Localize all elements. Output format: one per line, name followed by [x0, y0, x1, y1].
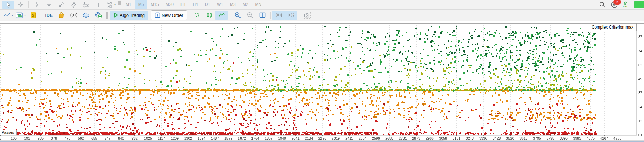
x-tick-label: 4075: [587, 136, 595, 140]
zoom-in-button[interactable]: [232, 11, 244, 20]
ide-button[interactable]: IDE: [43, 11, 55, 20]
shift-chart-right-icon: [275, 12, 282, 18]
trendline-tool-button[interactable]: [55, 1, 68, 9]
ide-label: IDE: [45, 13, 53, 18]
x-tick-label: 562: [78, 136, 84, 140]
cursor-tool-button[interactable]: [2, 1, 14, 9]
x-tick-label: 100: [11, 136, 17, 140]
shift-end-button[interactable]: [272, 11, 285, 20]
tile-windows-button[interactable]: [256, 11, 269, 20]
screenshot-button[interactable]: [301, 11, 313, 20]
candlestick-icon: [206, 12, 213, 19]
line-chart-icon: [218, 12, 225, 18]
chevron-down-icon: ▾: [114, 3, 116, 6]
x-tick-label: 3890: [560, 136, 568, 140]
indicator-window-button[interactable]: ▾: [14, 11, 27, 20]
bar-chart-mode-button[interactable]: [191, 11, 203, 20]
timeframe-m5[interactable]: M5: [135, 0, 148, 9]
x-tick-label: 2688: [385, 136, 393, 140]
market-button[interactable]: [55, 11, 68, 20]
timeframe-mn[interactable]: MN: [251, 0, 265, 9]
profile-button[interactable]: 2: [611, 1, 618, 8]
cursor-icon: [5, 2, 11, 8]
fibonacci-lines-icon: [83, 2, 90, 8]
level-up-button[interactable]: LVL: [623, 1, 628, 8]
x-tick-label: 3520: [506, 136, 514, 140]
y-tick-label: 49: [638, 77, 642, 81]
timeframe-h4[interactable]: H4: [189, 0, 201, 9]
upgrade-cta-button[interactable]: [634, 1, 644, 8]
play-icon: [113, 12, 119, 18]
quotes-button[interactable]: $: [27, 11, 39, 20]
zoom-out-button[interactable]: [244, 11, 256, 20]
y-tick-label: 87: [638, 35, 642, 39]
timeframe-d1[interactable]: D1: [201, 0, 213, 9]
x-tick-label: 2781: [399, 136, 407, 140]
signals-button[interactable]: [68, 11, 80, 20]
x-tick-label: 1302: [184, 136, 192, 140]
horizontal-line-tool-button[interactable]: [43, 1, 55, 9]
x-tick-label: 2411: [345, 136, 353, 140]
x-tick-label: 1579: [224, 136, 232, 140]
horizontal-line-icon: [46, 2, 52, 8]
x-tick-label: 3705: [533, 136, 541, 140]
new-order-label: New Order: [162, 13, 183, 18]
timeframe-group: M1M5M15M30H1H4D1W1M3M2MN: [122, 0, 265, 9]
x-tick-label: 840: [118, 136, 124, 140]
y-tick-label: 12: [638, 119, 642, 123]
y-tick-label: 0.0: [638, 133, 643, 137]
y-tick-label: 24: [638, 105, 642, 109]
x-tick-label: 1209: [171, 136, 179, 140]
zoom-out-icon: [247, 12, 254, 19]
line-type-button[interactable]: ▾: [2, 11, 14, 20]
channel-tool-button[interactable]: [68, 1, 80, 9]
algo-trading-label: Algo Trading: [120, 13, 145, 18]
new-order-button[interactable]: New Order: [151, 10, 187, 20]
svg-text:$: $: [32, 13, 34, 18]
algo-trading-button[interactable]: Algo Trading: [110, 11, 148, 20]
candle-chart-mode-button[interactable]: [203, 11, 215, 20]
x-tick-label: 1949: [278, 136, 286, 140]
x-tick-label: 3428: [493, 136, 501, 140]
timeframe-m30[interactable]: M30: [162, 0, 177, 9]
x-tick-label: 2873: [412, 136, 420, 140]
x-tick-label: 4167: [600, 136, 608, 140]
shapes-tool-button[interactable]: ▾: [105, 1, 117, 9]
timeframe-m3[interactable]: M3: [226, 0, 239, 9]
x-tick-label: 2319: [332, 136, 340, 140]
x-tick-label: 1857: [265, 136, 272, 140]
shift-chart-left-icon: [287, 12, 295, 18]
crosshair-tool-button[interactable]: [14, 1, 27, 9]
separator: [189, 12, 189, 19]
x-tick-label: 3243: [466, 136, 474, 140]
line-chart-mode-button[interactable]: [215, 11, 228, 20]
timeframe-m2[interactable]: M2: [239, 0, 252, 9]
text-tool-icon: [95, 2, 102, 8]
zoom-in-icon: [234, 12, 241, 19]
tile-windows-icon: [259, 12, 266, 18]
x-tick-label: 2041: [292, 136, 300, 140]
indicator-window-icon: [15, 12, 23, 19]
toolbar-right-group: 2 LVL: [599, 0, 644, 9]
search-button[interactable]: [599, 1, 606, 8]
timeframe-h1[interactable]: H1: [177, 0, 189, 9]
x-tick-label: 747: [105, 136, 111, 140]
timeframe-m1[interactable]: M1: [122, 0, 135, 9]
community-add-icon: [95, 12, 102, 19]
toolbar-drag-handle[interactable]: [118, 1, 121, 8]
cloud-button[interactable]: [80, 11, 92, 20]
shift-back-button[interactable]: [285, 11, 297, 20]
fibonacci-tool-button[interactable]: [80, 1, 92, 9]
shapes-icon: [106, 2, 113, 8]
x-tick-label: 3058: [439, 136, 447, 140]
community-add-button[interactable]: [92, 11, 105, 20]
timeframe-w1[interactable]: W1: [213, 0, 226, 9]
vertical-line-tool-button[interactable]: [31, 1, 43, 9]
dollar-icon: $: [30, 12, 36, 19]
text-tool-button[interactable]: [92, 1, 105, 9]
x-tick-label: 285: [38, 136, 44, 140]
timeframe-m15[interactable]: M15: [147, 0, 162, 9]
optimization-scatter-chart[interactable]: [0, 0, 644, 142]
toolbar-drag-handle[interactable]: [106, 12, 108, 19]
x-tick-label: 3613: [519, 136, 527, 140]
